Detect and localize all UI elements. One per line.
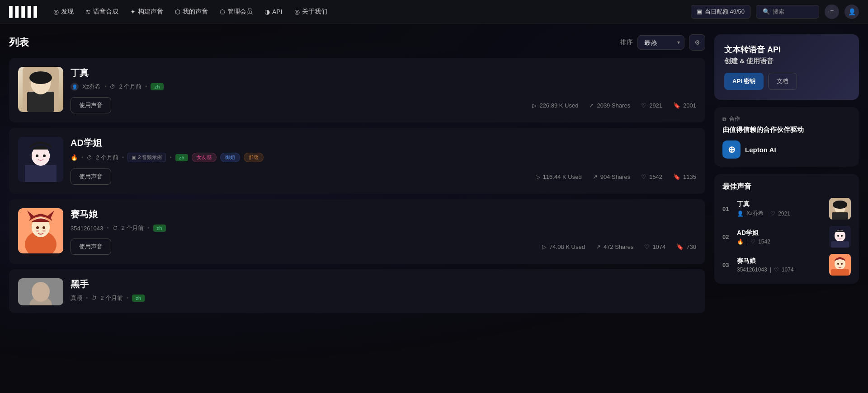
discover-icon: ◎	[53, 8, 59, 15]
voice-name-saima: 赛马娘	[71, 208, 696, 220]
bv-name-2: AD学姐	[737, 229, 825, 237]
svg-point-21	[32, 282, 50, 302]
author-name-saima: 3541261043	[71, 225, 103, 232]
api-card-title: 文本转语音 API	[724, 44, 849, 55]
bv-avatar-2	[829, 226, 851, 248]
avatar-heishou	[18, 278, 63, 305]
menu-button[interactable]: ≡	[825, 5, 839, 19]
stat-bookmarks-ad: 🔖 1135	[673, 173, 696, 180]
share-icon-dingzhen: ↗	[589, 102, 594, 109]
bv-meta-1: 👤 Xz乔希 | ♡ 2921	[737, 210, 825, 217]
stat-bookmarks-dingzhen: 🔖 2001	[673, 102, 696, 109]
filter-button[interactable]: ⚙	[689, 34, 705, 51]
svg-point-9	[36, 154, 38, 157]
partner-card: ⧉ 合作 由值得信赖的合作伙伴驱动 ⊕ Lepton AI	[714, 107, 859, 167]
voice-name-dingzhen: 丁真	[71, 67, 696, 79]
share-icon-ad: ↗	[593, 173, 598, 180]
api-key-button[interactable]: API 密钥	[724, 73, 764, 90]
nav-items: ◎ 发现 ≋ 语音合成 ✦ 构建声音 ⬡ 我的声音 ⬠ 管理会员 ◑ API ◎…	[48, 5, 688, 19]
svg-rect-30	[831, 241, 849, 248]
lepton-logo: ⊕	[722, 140, 741, 159]
voice-actions-saima: 使用声音 74.08 K Used ↗ 472 Shares ♡ 1074	[71, 239, 696, 255]
stats-saima: 74.08 K Used ↗ 472 Shares ♡ 1074 🔖 73	[542, 243, 696, 250]
time-ad: 2 个月前	[96, 154, 118, 162]
quota-badge: ▣ 当日配额 49/50	[691, 5, 750, 19]
main-container: 列表 排序 最热 最新 最多收藏 ⚙	[0, 23, 868, 329]
bv-avatar-1	[829, 198, 851, 220]
bookmark-icon-saima: 🔖	[676, 243, 684, 250]
best-voice-item-1[interactable]: 01 丁真 👤 Xz乔希 | ♡ 2921	[722, 198, 851, 220]
bv-avatar-3	[829, 254, 851, 276]
best-voices-card: 最佳声音 01 丁真 👤 Xz乔希 | ♡ 2921	[714, 174, 859, 284]
nav-about-label: 关于我们	[302, 8, 327, 16]
bv-rank-2: 02	[722, 234, 732, 240]
nav-tts[interactable]: ≋ 语音合成	[80, 5, 124, 19]
nav-membership[interactable]: ⬠ 管理会员	[214, 5, 258, 19]
stat-shares-saima: ↗ 472 Shares	[596, 243, 634, 250]
api-icon: ◑	[264, 8, 270, 15]
stat-used-saima: 74.08 K Used	[542, 243, 585, 250]
nav-about[interactable]: ◎ 关于我们	[289, 5, 333, 19]
nav-my-voice-label: 我的声音	[183, 8, 208, 16]
svg-rect-4	[29, 71, 52, 84]
search-box[interactable]: 🔍 搜索	[756, 5, 819, 19]
user-avatar-button[interactable]: 👤	[844, 5, 859, 19]
clock-icon-dingzhen: ⏱	[110, 84, 115, 90]
partner-title: 由值得信赖的合作伙伴驱动	[722, 126, 851, 134]
svg-point-29	[841, 235, 843, 237]
my-voice-icon: ⬡	[175, 8, 180, 15]
partner-item-lepton[interactable]: ⊕ Lepton AI	[722, 140, 851, 159]
nav-my-voice[interactable]: ⬡ 我的声音	[170, 5, 213, 19]
svg-point-10	[43, 154, 46, 157]
stat-shares-dingzhen: ↗ 2039 Shares	[589, 102, 630, 109]
nav-membership-label: 管理会员	[227, 8, 253, 16]
svg-point-18	[42, 230, 46, 232]
audio-icon: ▣	[132, 154, 136, 160]
best-voice-item-2[interactable]: 02 AD学姐 🔥 | ♡ 1542	[722, 226, 851, 248]
bookmark-icon-ad: 🔖	[673, 173, 680, 180]
bv-name-1: 丁真	[737, 200, 825, 208]
stats-dingzhen: 226.89 K Used ↗ 2039 Shares ♡ 2921 🔖	[532, 102, 696, 109]
about-icon: ◎	[294, 8, 300, 15]
bv-meta-2: 🔥 | ♡ 1542	[737, 239, 825, 245]
nav-api[interactable]: ◑ API	[259, 5, 288, 18]
use-voice-btn-ad[interactable]: 使用声音	[71, 168, 111, 185]
bv-fire-icon-2: 🔥	[737, 239, 744, 245]
bv-rank-1: 01	[722, 206, 732, 212]
svg-point-16	[42, 226, 45, 229]
partner-label: ⧉ 合作	[722, 115, 851, 123]
voice-meta-dingzhen: 👤 Xz乔希 • ⏱ 2 个月前 • zh	[71, 83, 696, 91]
time-heishou: 2 个月前	[100, 294, 123, 302]
voice-body-dingzhen: 丁真 👤 Xz乔希 • ⏱ 2 个月前 • zh 使用声音 226.89 K	[71, 67, 696, 113]
nav-build-voice[interactable]: ✦ 构建声音	[125, 5, 169, 19]
heart-icon-dingzhen: ♡	[641, 102, 646, 109]
use-voice-btn-saima[interactable]: 使用声音	[71, 239, 111, 255]
svg-rect-24	[832, 212, 848, 220]
voice-card-saima: 赛马娘 3541261043 • ⏱ 2 个月前 • zh 使用声音 74.08…	[9, 199, 705, 264]
api-docs-button[interactable]: 文档	[768, 73, 797, 90]
use-voice-btn-dingzhen[interactable]: 使用声音	[71, 97, 111, 113]
bv-name-3: 赛马娘	[737, 257, 825, 265]
clock-icon-heishou: ⏱	[91, 295, 97, 301]
stat-likes-dingzhen: ♡ 2921	[641, 102, 662, 109]
tts-icon: ≋	[85, 8, 91, 15]
navbar: ▌▌▌▌▌ ◎ 发现 ≋ 语音合成 ✦ 构建声音 ⬡ 我的声音 ⬠ 管理会员 ◑…	[0, 0, 868, 23]
membership-icon: ⬠	[220, 8, 225, 15]
stats-ad: 116.44 K Used ↗ 904 Shares ♡ 1542 🔖 1	[536, 173, 696, 180]
bookmark-icon-dingzhen: 🔖	[673, 102, 680, 109]
filter-icon: ⚙	[694, 39, 700, 46]
heart-icon-saima: ♡	[644, 243, 650, 250]
sort-select[interactable]: 最热 最新 最多收藏	[637, 35, 684, 50]
search-icon: 🔍	[763, 8, 770, 15]
tag-nuyoukan-ad: 女友感	[192, 153, 217, 162]
app-logo[interactable]: ▌▌▌▌▌	[9, 6, 40, 18]
nav-discover[interactable]: ◎ 发现	[48, 5, 79, 19]
bv-info-2: AD学姐 🔥 | ♡ 1542	[737, 229, 825, 245]
user-icon: 👤	[848, 8, 856, 15]
bv-heart-1: ♡	[770, 211, 775, 217]
svg-point-34	[841, 263, 843, 265]
best-voice-item-3[interactable]: 03 赛马娘 3541261043 | ♡ 1074	[722, 254, 851, 276]
author-name-heishou: 真颅	[71, 294, 82, 302]
stat-used-ad: 116.44 K Used	[536, 173, 582, 180]
avatar-dingzhen	[18, 67, 63, 112]
